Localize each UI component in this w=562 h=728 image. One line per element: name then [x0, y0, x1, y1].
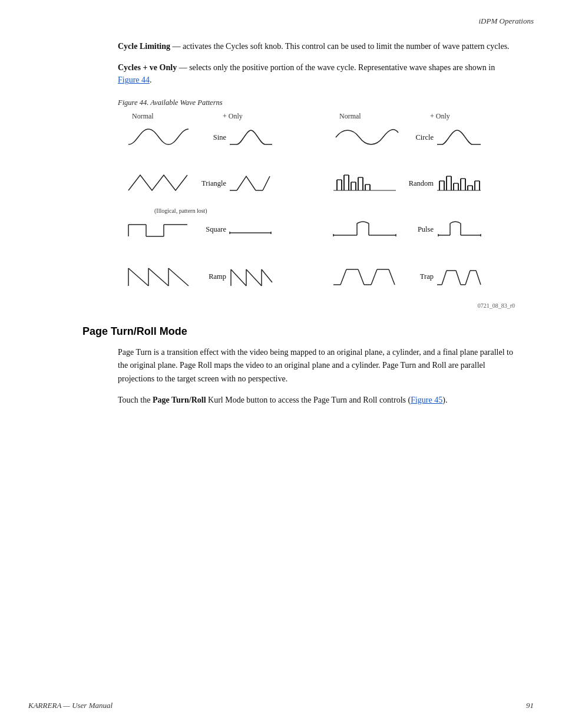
left-plus-only-label: + Only [217, 112, 308, 121]
sine-label: Sine [196, 133, 226, 142]
ramp-row: Ramp [124, 261, 308, 292]
left-normal-label: Normal [124, 112, 217, 121]
pulse-label: Pulse [403, 225, 434, 234]
cycles-ve-text-before: — selects only the positive portion of t… [177, 63, 495, 72]
svg-line-78 [358, 269, 364, 285]
illogical-label: (Illogical, pattern lost) [154, 207, 207, 214]
section-para1: Page Turn is a transition effect with th… [118, 346, 515, 386]
left-col-headers: Normal + Only [124, 112, 308, 121]
right-plus-only-label: + Only [424, 112, 515, 121]
section-para2-after: Kurl Mode button to access the Page Turn… [206, 396, 411, 404]
cycle-limiting-bold: Cycle Limiting [118, 42, 170, 51]
right-normal-label: Normal [331, 112, 424, 121]
svg-line-84 [442, 271, 447, 285]
svg-line-18 [168, 268, 189, 286]
trap-label: Trap [403, 272, 434, 281]
svg-line-80 [371, 269, 377, 285]
square-row: (Illogical, pattern lost) Square [124, 215, 308, 243]
footer-right: 91 [526, 701, 534, 710]
page-header: iDPM Operations [0, 0, 562, 26]
sine-plus-svg [229, 123, 276, 151]
sine-row: Sine [124, 123, 308, 151]
svg-line-22 [246, 269, 262, 286]
paragraph-cycles-ve: Cycles + ve Only — selects only the posi… [118, 61, 515, 87]
section-para2: Touch the Page Turn/Roll Kurl Mode butto… [118, 394, 515, 407]
triangle-plus-svg [229, 169, 276, 197]
pulse-row: Pulse [331, 215, 515, 243]
pulse-normal-svg [331, 215, 402, 243]
main-content: Cycle Limiting — activates the Cycles so… [0, 26, 562, 439]
triangle-normal-svg [124, 169, 194, 197]
figure-caption: Figure 44. Available Wave Patterns [118, 98, 515, 107]
triangle-label: Triangle [196, 179, 226, 188]
section-heading: Page Turn/Roll Mode [82, 325, 515, 338]
sine-normal-svg [124, 123, 194, 151]
svg-line-76 [340, 269, 346, 285]
ramp-label: Ramp [196, 272, 226, 281]
svg-line-86 [456, 271, 461, 285]
right-wave-column: Circle [331, 123, 515, 300]
figure44-link[interactable]: Figure 44 [118, 75, 150, 84]
svg-line-90 [476, 271, 481, 285]
header-title: iDPM Operations [478, 17, 534, 25]
page-footer: KARRERA — User Manual 91 [0, 701, 562, 710]
cycles-ve-bold: Cycles + ve Only [118, 63, 177, 72]
random-row: Random [331, 169, 515, 197]
trap-normal-svg [331, 261, 402, 292]
triangle-row: Triangle [124, 169, 308, 197]
wave-figure: Sine Triangle [118, 123, 515, 300]
ramp-normal-svg [124, 261, 194, 292]
footer-left: KARRERA — User Manual [28, 701, 113, 710]
figure45-link[interactable]: Figure 45 [411, 396, 442, 404]
svg-line-24 [262, 269, 272, 282]
trap-row: Trap [331, 261, 515, 292]
random-plus-svg [436, 169, 483, 197]
svg-line-82 [389, 269, 395, 285]
square-label: Square [196, 225, 226, 234]
random-label: Random [403, 179, 434, 188]
svg-line-14 [128, 268, 148, 286]
right-col-headers: Normal + Only [331, 112, 515, 121]
figure-container: Figure 44. Available Wave Patterns Norma… [118, 98, 515, 309]
ramp-plus-svg [229, 261, 276, 292]
square-plus-svg [229, 215, 276, 243]
svg-line-88 [465, 271, 470, 285]
svg-line-20 [231, 269, 246, 286]
section-para2-before: Touch the [118, 396, 153, 404]
svg-line-16 [148, 268, 168, 286]
left-wave-column: Sine Triangle [124, 123, 308, 300]
column-headers: Normal + Only Normal + Only [118, 112, 515, 121]
circle-plus-svg [436, 123, 483, 151]
circle-row: Circle [331, 123, 515, 151]
section-para2-end: ). [442, 396, 447, 404]
paragraph-cycle-limiting: Cycle Limiting — activates the Cycles so… [118, 40, 515, 53]
square-normal-svg [124, 215, 194, 243]
trap-plus-svg [436, 261, 483, 292]
circle-normal-svg [331, 123, 402, 151]
page-turn-roll-bold: Page Turn/Roll [153, 396, 206, 404]
figure-code: 0721_08_83_r0 [118, 302, 515, 309]
random-normal-svg [331, 169, 402, 197]
pulse-plus-svg [436, 215, 483, 243]
cycles-ve-text-after: . [150, 75, 152, 84]
circle-label: Circle [403, 133, 434, 142]
cycle-limiting-text: — activates the Cycles soft knob. This c… [170, 42, 510, 51]
